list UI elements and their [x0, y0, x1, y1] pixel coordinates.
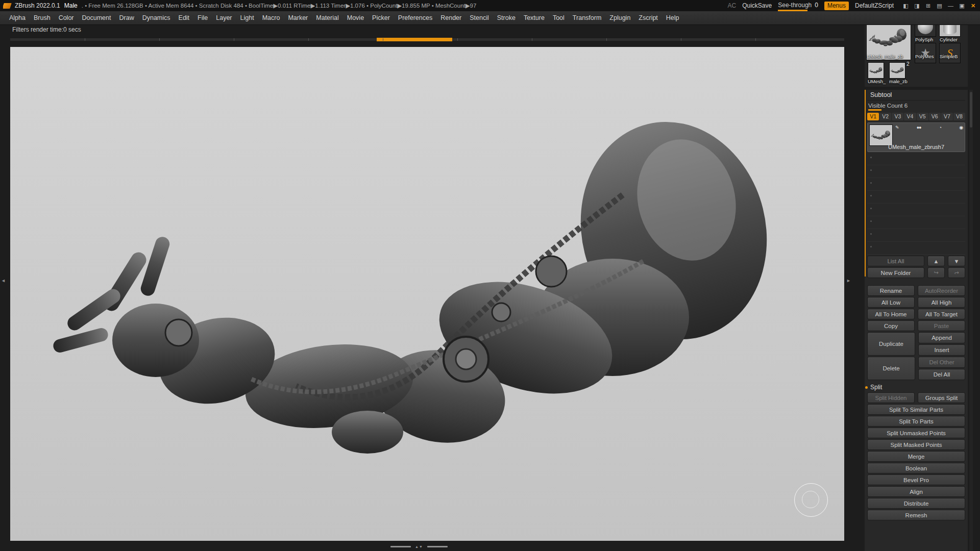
insert-button[interactable]: Insert [918, 344, 965, 356]
panel-scrollbar-thumb[interactable] [970, 92, 972, 128]
menu-material[interactable]: Material [312, 14, 342, 21]
new-folder-button[interactable]: New Folder [867, 267, 924, 278]
menu-zplugin[interactable]: Zplugin [605, 14, 634, 21]
move-subtool-down-button[interactable]: ▼ [948, 256, 965, 266]
split-to-parts-button[interactable]: Split To Parts [867, 416, 965, 427]
menu-document[interactable]: Document [78, 14, 115, 21]
move-to-folder-down-button[interactable]: ↪ [948, 267, 965, 278]
scroll-bar-right[interactable] [427, 546, 448, 547]
canvas-bottom-scrollbar[interactable]: ▲▼ [390, 544, 457, 549]
visibility-tab-v5[interactable]: V5 [917, 113, 928, 120]
split-section-label: Split [870, 384, 882, 391]
layout-icon[interactable]: ▤ [936, 3, 943, 9]
minimize-icon[interactable]: — [947, 3, 954, 9]
menu-alpha[interactable]: Alpha [5, 14, 30, 21]
menu-edit[interactable]: Edit [175, 14, 194, 21]
quicksave-button[interactable]: QuickSave [742, 2, 772, 9]
menu-color[interactable]: Color [55, 14, 78, 21]
visibility-tab-v4[interactable]: V4 [904, 113, 916, 120]
menu-texture[interactable]: Texture [520, 14, 549, 21]
scroll-arrows-icon[interactable]: ▲▼ [415, 545, 423, 548]
menu-movie[interactable]: Movie [343, 14, 368, 21]
menus-toggle-button[interactable]: Menus [824, 2, 849, 10]
del-all-button[interactable]: Del All [918, 369, 965, 380]
subtool-thumbnail[interactable] [869, 124, 893, 146]
split-section-header[interactable]: Split [867, 382, 965, 392]
split-hidden-button[interactable]: Split Hidden [867, 392, 915, 403]
menu-tool[interactable]: Tool [549, 14, 569, 21]
split-to-similar-parts-button[interactable]: Split To Similar Parts [867, 404, 965, 415]
visibility-tab-v6[interactable]: V6 [929, 113, 941, 120]
menu-picker[interactable]: Picker [368, 14, 394, 21]
polypaint-dots-icon[interactable]: ●● [917, 125, 921, 130]
see-through-slider[interactable]: See-through0 [778, 2, 818, 10]
menu-draw[interactable]: Draw [115, 14, 138, 21]
menu-layer[interactable]: Layer [212, 14, 236, 21]
timeline-active-segment[interactable] [377, 38, 452, 41]
recent-tool-thumbnail-1[interactable] [868, 62, 884, 79]
recent-tool-thumbnail-2[interactable] [889, 62, 905, 79]
append-button[interactable]: Append [918, 332, 965, 343]
edit-pencil-icon[interactable]: ✎ [895, 125, 899, 130]
autoreorder-button[interactable]: AutoReorder [918, 285, 965, 296]
groups-split-button[interactable]: Groups Split [918, 392, 965, 403]
menu-help[interactable]: Help [662, 14, 683, 21]
menu-dynamics[interactable]: Dynamics [138, 14, 175, 21]
menu-brush[interactable]: Brush [30, 14, 55, 21]
duplicate-button[interactable]: Duplicate [867, 332, 915, 356]
simple-brush-tool[interactable]: S [939, 43, 961, 63]
add-document-icon[interactable]: ⊞ [924, 3, 932, 9]
restore-icon[interactable]: ▣ [958, 3, 966, 9]
all-low-button[interactable]: All Low [867, 297, 915, 308]
menu-transform[interactable]: Transform [569, 14, 606, 21]
delete-button[interactable]: Delete [867, 357, 915, 380]
tray-left-icon[interactable]: ◧ [902, 3, 910, 9]
sculpt-viewport[interactable] [10, 47, 844, 541]
visibility-tab-v7[interactable]: V7 [941, 113, 953, 120]
list-all-button[interactable]: List All [867, 256, 924, 266]
timeline-track[interactable] [10, 38, 844, 41]
split-unmasked-points-button[interactable]: Split Unmasked Points [867, 428, 965, 438]
all-high-button[interactable]: All High [918, 297, 965, 308]
panel-scrollbar[interactable] [969, 90, 973, 551]
move-to-folder-up-button[interactable]: ↪ [927, 267, 945, 278]
visibility-eye-icon[interactable]: ◉ [959, 125, 963, 130]
visibility-tab-v3[interactable]: V3 [892, 113, 903, 120]
menu-marker[interactable]: Marker [284, 14, 312, 21]
split-masked-points-button[interactable]: Split Masked Points [867, 439, 965, 450]
boolean-button[interactable]: Boolean [867, 463, 965, 473]
merge-button[interactable]: Merge [867, 451, 965, 462]
menu-stroke[interactable]: Stroke [493, 14, 520, 21]
rename-button[interactable]: Rename [867, 285, 915, 296]
del-other-button[interactable]: Del Other [918, 357, 965, 368]
right-tray-collapse-icon[interactable]: ► [846, 278, 851, 283]
visibility-tab-v2[interactable]: V2 [879, 113, 891, 120]
move-subtool-up-button[interactable]: ▲ [927, 256, 945, 266]
menu-stencil[interactable]: Stencil [465, 14, 493, 21]
menu-zscript[interactable]: Zscript [634, 14, 662, 21]
copy-button[interactable]: Copy [867, 320, 915, 331]
polymesh-star-tool[interactable]: ★ [915, 43, 936, 63]
visibility-tab-v1[interactable]: V1 [867, 113, 879, 120]
default-zscript-button[interactable]: DefaultZScript [855, 2, 894, 9]
all-to-home-button[interactable]: All To Home [867, 309, 915, 319]
menu-preferences[interactable]: Preferences [394, 14, 436, 21]
remesh-button[interactable]: Remesh [867, 510, 965, 520]
scroll-bar-left[interactable] [390, 546, 411, 547]
paste-button[interactable]: Paste [918, 320, 965, 331]
subtool-header[interactable]: Subtool [867, 90, 965, 101]
distribute-button[interactable]: Distribute [867, 498, 965, 509]
all-to-target-button[interactable]: All To Target [918, 309, 965, 319]
subtool-list-item-selected[interactable]: ✎●●◔◉ UMesh_male_zbrush7 [867, 122, 965, 152]
menu-light[interactable]: Light [236, 14, 258, 21]
mask-icon[interactable]: ◔ [939, 125, 941, 130]
left-tray-collapse-icon[interactable]: ◄ [1, 278, 6, 283]
bevel-pro-button[interactable]: Bevel Pro [867, 474, 965, 485]
close-icon[interactable]: ✕ [969, 3, 977, 9]
menu-macro[interactable]: Macro [258, 14, 284, 21]
visibility-tab-v8[interactable]: V8 [953, 113, 965, 120]
menu-file[interactable]: File [193, 14, 212, 21]
menu-render[interactable]: Render [436, 14, 465, 21]
align-button[interactable]: Align [867, 486, 965, 497]
tray-right-icon[interactable]: ◨ [913, 3, 921, 9]
